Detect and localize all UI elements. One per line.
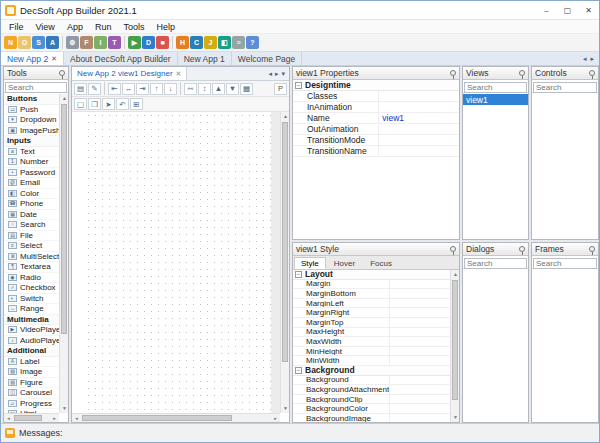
scroll-up-icon[interactable]: ▲ [451,270,460,279]
tab-scroll-right-icon[interactable]: ▸ [590,55,594,63]
scroll-right-icon[interactable]: ▸ [271,414,280,422]
same-width-icon[interactable]: ⇿ [184,83,197,95]
style-property-value[interactable] [390,299,450,308]
style-tab-focus[interactable]: Focus [363,257,399,269]
designer-scroll-left-icon[interactable]: ◂ [268,70,272,78]
style-property-value[interactable] [390,337,450,346]
style-row-backgroundcolor[interactable]: BackgroundColor [293,404,450,414]
designer-tab-list-icon[interactable]: ▾ [281,70,285,78]
tool-item-switch[interactable]: ◐Switch [4,294,59,305]
style-section-layout[interactable]: −Layout [293,270,450,280]
property-row-name[interactable]: Nameview1 [293,113,459,124]
bring-front-icon[interactable]: ▲ [212,83,225,95]
scroll-down-icon[interactable]: ▼ [451,413,460,422]
frames-search-input[interactable] [533,258,597,269]
scroll-thumb[interactable] [82,415,232,421]
tab-new-app-1[interactable]: New App 1 [178,52,232,65]
scroll-left-icon[interactable]: ◂ [72,414,81,422]
collapse-icon[interactable]: − [295,271,302,278]
tool-item-email[interactable]: @Email [4,178,59,189]
tool-item-search[interactable]: ○Search [4,220,59,231]
canvas-vertical-scrollbar[interactable]: ▲ ▼ [280,112,289,413]
menu-item-help[interactable]: Help [150,22,181,32]
app-files-icon[interactable]: F [80,36,93,49]
maximize-button[interactable]: ▢ [557,1,578,19]
style-property-value[interactable] [390,376,450,385]
tool-item-text[interactable]: aText [4,147,59,158]
scroll-thumb[interactable] [452,280,458,400]
align-left-icon[interactable]: ⇤ [108,83,121,95]
tool-item-imagepush[interactable]: ▣ImagePush [4,126,59,137]
css-editor-icon[interactable]: C [190,36,203,49]
pin-icon[interactable] [59,70,65,76]
tab-about-decsoft-app-builder[interactable]: About DecSoft App Builder [64,52,178,65]
view-item-view1[interactable]: view1 [463,94,528,105]
tool-item-dropdown[interactable]: ▾Dropdown [4,115,59,126]
style-row-minheight[interactable]: MinHeight [293,347,450,357]
tools-search-input[interactable] [5,82,67,93]
property-row-classes[interactable]: Classes [293,91,459,102]
designer-tab[interactable]: New App 2 view1 Designer ✕ [72,67,187,80]
style-row-margintop[interactable]: MarginTop [293,318,450,328]
send-back-icon[interactable]: ▼ [226,83,239,95]
tool-item-select[interactable]: ≡Select [4,241,59,252]
style-vertical-scrollbar[interactable]: ▲ ▼ [450,270,459,422]
collapse-icon[interactable]: − [295,82,302,89]
style-property-value[interactable] [390,328,450,337]
menu-item-app[interactable]: App [61,22,89,32]
pin-icon[interactable] [519,70,525,76]
pin-icon[interactable] [589,246,595,252]
toggle-grid-icon[interactable]: ▦ [240,83,253,95]
tool-item-phone[interactable]: ☎Phone [4,199,59,210]
style-property-value[interactable] [390,414,450,422]
scroll-left-icon[interactable]: ◂ [4,414,13,423]
property-value[interactable] [379,135,459,145]
tools-section-multimedia[interactable]: Multimedia [4,315,59,326]
style-property-value[interactable] [390,318,450,327]
undo-icon[interactable]: ↶ [116,98,129,110]
style-property-value[interactable] [390,356,450,365]
dialogs-search-input[interactable] [464,258,527,269]
tool-item-videoplayer[interactable]: ▶VideoPlayer [4,325,59,336]
style-tab-hover[interactable]: Hover [327,257,362,269]
scroll-down-icon[interactable]: ▼ [60,404,69,413]
property-row-outanimation[interactable]: OutAnimation [293,124,459,135]
tool-item-number[interactable]: 1Number [4,157,59,168]
tool-item-multiselect[interactable]: ≣MultiSelect [4,252,59,263]
tool-item-carousel[interactable]: ◫Carousel [4,388,59,399]
canvas-horizontal-scrollbar[interactable]: ◂ ▸ [72,413,280,422]
stop-app-icon[interactable]: ■ [156,36,169,49]
tool-item-date[interactable]: ▦Date [4,210,59,221]
pin-icon[interactable] [589,70,595,76]
tool-item-image[interactable]: ▨Image [4,367,59,378]
scroll-up-icon[interactable]: ▲ [60,94,69,103]
app-options-icon[interactable]: ⚙ [66,36,79,49]
tools-vertical-scrollbar[interactable]: ▲ ▼ [59,94,68,413]
style-row-maxheight[interactable]: MaxHeight [293,328,450,338]
js-editor-icon[interactable]: J [204,36,217,49]
menu-item-file[interactable]: File [3,22,30,32]
property-row-transitionmode[interactable]: TransitionMode [293,135,459,146]
tool-item-file[interactable]: ▤File [4,231,59,242]
html-editor-icon[interactable]: H [176,36,189,49]
tool-item-push[interactable]: ▭Push [4,105,59,116]
new-app-icon[interactable]: N [4,36,17,49]
style-property-value[interactable] [390,395,450,404]
style-row-marginright[interactable]: MarginRight [293,308,450,318]
property-value[interactable] [379,146,459,156]
run-app-icon[interactable]: ▶ [128,36,141,49]
align-bottom-icon[interactable]: ↓ [164,83,177,95]
scroll-thumb[interactable] [282,122,288,362]
app-images-icon[interactable]: I [94,36,107,49]
edit-view-icon[interactable]: ✎ [88,83,101,95]
open-app-icon[interactable]: O [18,36,31,49]
tool-item-progress[interactable]: ▱Progress [4,399,59,410]
controls-search-input[interactable] [533,82,597,93]
tool-item-password[interactable]: •Password [4,168,59,179]
style-property-value[interactable] [390,404,450,413]
menu-item-view[interactable]: View [30,22,61,32]
pin-icon[interactable] [450,70,456,76]
duplicate-control-icon[interactable]: ❐ [88,98,101,110]
style-property-value[interactable] [390,280,450,289]
style-property-value[interactable] [390,347,450,356]
